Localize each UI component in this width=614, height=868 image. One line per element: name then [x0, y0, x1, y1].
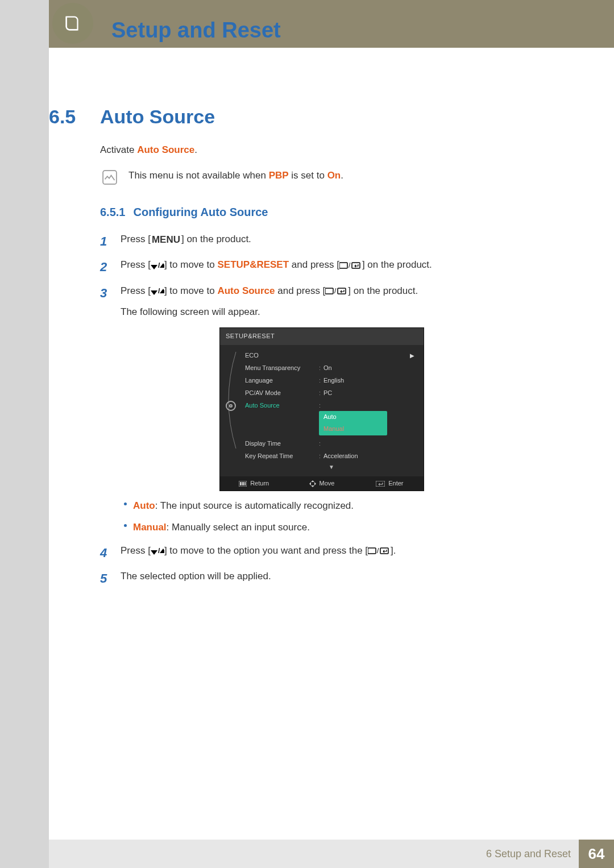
step-2: 2 Press [/] to move to SETUP&RESET and p…: [100, 257, 557, 277]
body: Activate Auto Source. This menu is not a…: [100, 142, 557, 594]
intro-suffix: .: [194, 144, 197, 155]
steps-list: 1 Press [MENU] on the product. 2 Press […: [100, 231, 557, 319]
step-4: 4 Press [/] to move to the option you wa…: [100, 543, 557, 563]
svg-text:/: /: [349, 261, 351, 269]
enter-icon: /: [325, 287, 348, 295]
svg-text:/: /: [377, 547, 379, 555]
section-title: Auto Source: [100, 106, 215, 128]
chevron-down-icon: ▼: [245, 463, 418, 474]
osd-footer-move: Move: [288, 479, 355, 489]
note-text: This menu is not available when PBP is s…: [128, 168, 343, 183]
svg-rect-11: [242, 482, 244, 485]
gear-icon: [226, 401, 236, 411]
page: Setup and Reset 6.5 Auto Source Activate…: [0, 0, 614, 868]
osd-rows: ECO▶ Menu Transparency:On Language:Engli…: [243, 345, 424, 476]
osd-row-transparency: Menu Transparency:On: [245, 362, 418, 375]
note-icon: [100, 168, 119, 187]
intro-prefix: Activate: [100, 144, 137, 155]
updown-icon: /: [151, 287, 164, 295]
step-1: 1 Press [MENU] on the product.: [100, 231, 557, 251]
svg-rect-6: [325, 288, 333, 294]
osd-row-pcav: PC/AV Mode:PC: [245, 387, 418, 400]
intro-term: Auto Source: [137, 144, 194, 155]
footer-chapter-ref: 6 Setup and Reset: [486, 848, 571, 860]
svg-rect-10: [240, 482, 242, 485]
subsection-heading: 6.5.1 Configuring Auto Source: [100, 203, 557, 221]
svg-rect-15: [368, 548, 376, 554]
svg-text:/: /: [158, 547, 160, 555]
menu-key: MENU: [151, 232, 181, 247]
updown-icon: /: [151, 547, 164, 555]
intro-line: Activate Auto Source.: [100, 142, 557, 157]
steps-list-continued: 4 Press [/] to move to the option you wa…: [100, 543, 557, 588]
svg-rect-13: [376, 481, 385, 487]
enter-icon: /: [339, 261, 362, 269]
osd-option-auto: Auto: [319, 411, 387, 423]
bullet-manual: Manual: Manually select an input source.: [121, 520, 557, 535]
subsection-number: 6.5.1: [100, 203, 125, 221]
page-footer: 6 Setup and Reset 64: [49, 840, 614, 868]
chapter-title: Setup and Reset: [111, 18, 281, 43]
return-icon: [239, 481, 247, 487]
svg-text:/: /: [334, 287, 337, 295]
subsection-title: Configuring Auto Source: [133, 203, 268, 221]
osd-row-language: Language:English: [245, 375, 418, 387]
bullet-list: Auto: The input source is automatically …: [121, 498, 557, 534]
osd-option-manual: Manual: [319, 423, 387, 435]
book-icon: [63, 14, 82, 33]
chevron-right-icon: ▶: [410, 351, 418, 360]
osd-title: SETUP&RESET: [220, 328, 424, 345]
osd-row-keyrepeat: Key Repeat Time:Acceleration: [245, 450, 418, 463]
move-icon: [309, 480, 316, 487]
svg-rect-8: [338, 288, 346, 294]
osd-footer: Return Move Enter: [220, 476, 424, 491]
osd-row-autosource: Auto Source:: [245, 400, 418, 412]
osd-footer-return: Return: [220, 479, 288, 489]
osd-row-eco: ECO▶: [245, 350, 418, 362]
svg-rect-12: [244, 482, 246, 485]
step-3-follow: The following screen will appear.: [121, 304, 557, 319]
footer-page-number: 64: [579, 840, 614, 868]
svg-rect-4: [352, 263, 360, 268]
osd-footer-enter: Enter: [356, 479, 424, 489]
bullet-auto: Auto: The input source is automatically …: [121, 498, 557, 513]
section-number: 6.5: [49, 106, 76, 128]
updown-icon: /: [151, 261, 164, 269]
chapter-badge: [52, 3, 93, 44]
svg-text:/: /: [158, 287, 160, 295]
note-row: This menu is not available when PBP is s…: [100, 168, 557, 187]
enter-footer-icon: [376, 481, 385, 487]
step-3: 3 Press [/] to move to Auto Source and p…: [100, 283, 557, 319]
step-5: 5 The selected option will be applied.: [100, 568, 557, 588]
svg-rect-2: [339, 263, 347, 268]
osd-screenshot: SETUP&RESET ECO▶ M: [219, 327, 557, 491]
enter-icon: /: [368, 547, 391, 555]
side-accent-bar: [0, 0, 49, 868]
svg-rect-17: [380, 548, 388, 554]
osd-dropdown: Auto Manual: [319, 411, 387, 435]
svg-text:/: /: [158, 261, 160, 269]
osd-row-displaytime: Display Time:: [245, 438, 418, 450]
